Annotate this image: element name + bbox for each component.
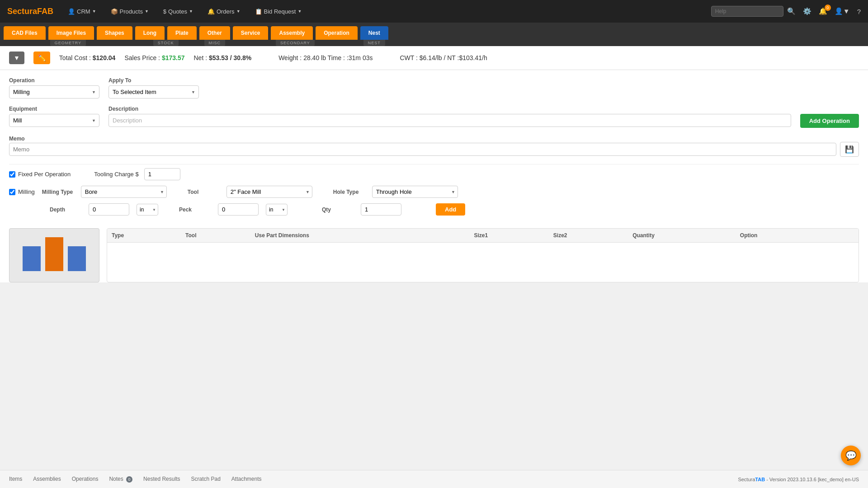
settings-icon[interactable]: ⚙️ bbox=[803, 7, 811, 15]
equipment-description-row: Equipment Mill Lathe Press Description A… bbox=[9, 106, 859, 128]
ops-table-element: Type Tool Use Part Dimensions Size1 Size… bbox=[107, 229, 859, 243]
description-input[interactable] bbox=[108, 114, 791, 127]
table-empty-space bbox=[107, 243, 859, 279]
peck-unit-select[interactable]: in mm bbox=[266, 204, 288, 216]
notification-badge: 0 bbox=[825, 5, 831, 11]
toolbar-btn-image-files[interactable]: Image Files bbox=[48, 26, 94, 40]
nest-buttons: Nest bbox=[360, 26, 388, 40]
depth-unit-select[interactable]: in mm bbox=[137, 204, 158, 216]
memo-save-button[interactable]: 💾 bbox=[840, 142, 859, 157]
toolbar-btn-assembly[interactable]: Assembly bbox=[271, 26, 313, 40]
toolbar-btn-service[interactable]: Service bbox=[233, 26, 269, 40]
tooling-charge-input[interactable] bbox=[144, 168, 180, 180]
hole-type-label: Hole Type bbox=[333, 189, 365, 195]
memo-row: 💾 bbox=[9, 142, 859, 157]
navbar: SecturaFAB 👤 CRM ▼ 📦 Products ▼ $ Quotes… bbox=[0, 0, 868, 23]
hole-type-select-wrapper: Through Hole Blind Hole Counterbore bbox=[372, 186, 458, 198]
col-quantity: Quantity bbox=[628, 229, 736, 243]
search-input[interactable] bbox=[711, 6, 783, 17]
add-operation-button[interactable]: Add Operation bbox=[800, 114, 859, 128]
notifications-icon[interactable]: 🔔 0 bbox=[819, 7, 827, 15]
toolbar-btn-nest[interactable]: Nest bbox=[360, 26, 388, 40]
apply-to-select[interactable]: To Selected Item To All Items bbox=[108, 85, 199, 99]
weight-time: Weight : 28.40 lb Time : :31m 03s bbox=[278, 54, 373, 61]
brand-logo[interactable]: SecturaFAB bbox=[7, 7, 53, 16]
toolbar-btn-other[interactable]: Other bbox=[199, 26, 230, 40]
fixed-toolcharge-row: Fixed Per Operation Tooling Charge $ bbox=[9, 168, 859, 180]
brand-name-main: Sectura bbox=[7, 7, 37, 16]
operation-label: Operation bbox=[9, 77, 99, 84]
nav-item-crm[interactable]: 👤 CRM ▼ bbox=[62, 5, 102, 18]
products-icon: 📦 bbox=[111, 8, 118, 15]
crm-icon: 👤 bbox=[68, 8, 75, 15]
depth-label: Depth bbox=[50, 206, 81, 213]
fixed-per-operation-checkbox[interactable] bbox=[9, 171, 15, 178]
toolbar-group-misc: Other MISC bbox=[199, 26, 230, 46]
description-label: Description bbox=[108, 106, 791, 112]
edit-btn[interactable]: ✏️ bbox=[33, 52, 50, 64]
quotes-icon: $ bbox=[163, 8, 166, 15]
fixed-per-operation-label[interactable]: Fixed Per Operation bbox=[9, 171, 71, 178]
tooling-charge-label: Tooling Charge $ bbox=[94, 171, 138, 178]
equipment-select[interactable]: Mill Lathe Press bbox=[9, 114, 99, 127]
toolbar-btn-shapes[interactable]: Shapes bbox=[97, 26, 132, 40]
search-icon[interactable]: 🔍 bbox=[787, 7, 796, 15]
peck-label: Peck bbox=[179, 206, 211, 213]
nav-item-orders[interactable]: 🔔 Orders ▼ bbox=[202, 5, 246, 18]
misc-buttons: Other bbox=[199, 26, 230, 40]
user-icon[interactable]: 👤▼ bbox=[835, 7, 850, 15]
help-icon[interactable]: ? bbox=[857, 8, 861, 15]
toolbar-btn-plate[interactable]: Plate bbox=[167, 26, 197, 40]
collapse-arrow-btn[interactable]: ▼ bbox=[9, 52, 24, 64]
nav-item-bid-request[interactable]: 📋 Bid Request ▼ bbox=[250, 5, 307, 18]
toolbar-btn-long[interactable]: Long bbox=[135, 26, 165, 40]
nav-item-quotes[interactable]: $ Quotes ▼ bbox=[158, 5, 198, 18]
col-type: Type bbox=[107, 229, 181, 243]
divider bbox=[9, 164, 859, 164]
milling-checkbox-label[interactable]: Milling bbox=[9, 188, 35, 195]
col-use-part-dimensions: Use Part Dimensions bbox=[250, 229, 470, 243]
part-svg bbox=[18, 233, 90, 278]
peck-unit-wrapper: in mm bbox=[266, 204, 288, 216]
add-operation-group: Add Operation bbox=[800, 106, 859, 128]
geometry-buttons: CAD Files Image Files Shapes bbox=[4, 26, 132, 40]
peck-input[interactable] bbox=[218, 203, 259, 216]
toolbar-group-stock: Long Plate STOCK bbox=[135, 26, 197, 46]
hole-type-select[interactable]: Through Hole Blind Hole Counterbore bbox=[372, 186, 458, 198]
misc-label: MISC bbox=[204, 40, 226, 46]
operations-table: Type Tool Use Part Dimensions Size1 Size… bbox=[107, 228, 859, 282]
nav-icons: 🔍 ⚙️ 🔔 0 👤▼ ? bbox=[787, 7, 861, 15]
milling-type-select-wrapper: Bore Face Contour Pocket bbox=[81, 186, 167, 198]
brand-name-highlight: FAB bbox=[37, 7, 53, 16]
col-tool: Tool bbox=[181, 229, 250, 243]
toolbar: CAD Files Image Files Shapes GEOMETRY Lo… bbox=[0, 23, 868, 46]
equipment-label: Equipment bbox=[9, 106, 99, 112]
tool-select[interactable]: 2" Face Mill 1" End Mill bbox=[226, 186, 312, 198]
operation-select-wrapper: Milling Turning Drilling bbox=[9, 85, 99, 99]
operation-select[interactable]: Milling Turning Drilling bbox=[9, 85, 99, 99]
orders-icon: 🔔 bbox=[208, 8, 215, 15]
depth-input[interactable] bbox=[89, 203, 129, 216]
stock-buttons: Long Plate bbox=[135, 26, 197, 40]
depth-peck-qty-row: Depth in mm Peck in mm Qty Add bbox=[50, 203, 859, 216]
tool-label: Tool bbox=[188, 189, 219, 195]
toolbar-group-geometry: CAD Files Image Files Shapes GEOMETRY bbox=[4, 26, 132, 46]
svg-rect-0 bbox=[23, 246, 41, 271]
milling-checkbox[interactable] bbox=[9, 189, 15, 195]
toolbar-btn-operation[interactable]: Operation bbox=[316, 26, 358, 40]
memo-input[interactable] bbox=[9, 143, 836, 156]
equipment-select-wrapper: Mill Lathe Press bbox=[9, 114, 99, 127]
description-group: Description bbox=[108, 106, 791, 127]
qty-input[interactable] bbox=[361, 203, 401, 216]
svg-rect-1 bbox=[45, 237, 63, 271]
toolbar-btn-cad-files[interactable]: CAD Files bbox=[4, 26, 46, 40]
secondary-label: SECONDARY bbox=[276, 40, 315, 46]
cwt: CWT : $6.14/lb / NT :$103.41/h bbox=[400, 54, 487, 61]
apply-to-select-wrapper: To Selected Item To All Items bbox=[108, 85, 199, 99]
toolbar-group-secondary: Service Assembly Operation SECONDARY bbox=[233, 26, 358, 46]
part-image bbox=[9, 228, 99, 282]
add-milling-button[interactable]: Add bbox=[436, 203, 465, 216]
memo-group: Memo 💾 bbox=[9, 135, 859, 157]
nav-item-products[interactable]: 📦 Products ▼ bbox=[105, 5, 154, 18]
milling-type-select[interactable]: Bore Face Contour Pocket bbox=[81, 186, 167, 198]
